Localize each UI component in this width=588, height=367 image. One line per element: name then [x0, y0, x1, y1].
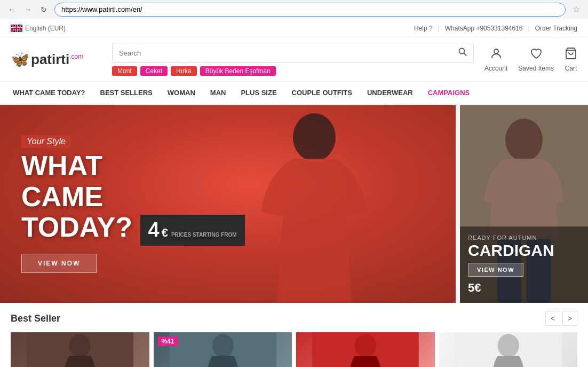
- product-grid: %41: [11, 332, 577, 367]
- tag-buyuk[interactable]: Büyük Beden Eşofman: [200, 66, 276, 76]
- hero-price-sub: prices starting from: [171, 232, 237, 238]
- main-nav: WHAT CAME TODAY? BEST SELLERS WOMAN MAN …: [0, 82, 588, 105]
- product-card-1[interactable]: [11, 332, 149, 367]
- hero-side-view-now-button[interactable]: VIEW NOW: [468, 263, 523, 277]
- language-label: English (EUR): [25, 25, 66, 32]
- carousel-arrows: < >: [545, 311, 577, 326]
- separator1: |: [438, 25, 440, 32]
- best-seller-title: Best Seller: [11, 313, 60, 324]
- account-button[interactable]: Account: [484, 47, 507, 72]
- logo-com: .com: [69, 53, 83, 60]
- heart-icon: [530, 47, 543, 63]
- hero-price-number: 4: [148, 219, 160, 241]
- help-link[interactable]: Help ?: [414, 25, 433, 32]
- svg-point-7: [505, 119, 543, 161]
- svg-point-1: [459, 49, 464, 54]
- logo[interactable]: 🦋 patirti.com: [11, 51, 101, 68]
- svg-point-13: [212, 334, 233, 357]
- flag-icon: [11, 25, 22, 32]
- forward-button[interactable]: →: [21, 3, 34, 16]
- discount-badge-2: %41: [158, 337, 178, 346]
- search-input[interactable]: [113, 45, 452, 61]
- hero-section: Your Style WHAT CAME TODAY? 4 € prices s…: [0, 105, 588, 303]
- best-seller-section: Best Seller < > %41: [0, 303, 588, 367]
- refresh-button[interactable]: ↻: [37, 3, 50, 16]
- cart-button[interactable]: Cart: [565, 47, 577, 72]
- search-button[interactable]: [452, 43, 473, 63]
- cart-label: Cart: [565, 65, 577, 72]
- hero-overlay: Your Style WHAT CAME TODAY? 4 € prices s…: [0, 105, 456, 303]
- search-wrap: [112, 43, 474, 63]
- hero-your-style-label: Your Style: [21, 135, 71, 148]
- logo-icon: 🦋: [11, 51, 29, 68]
- nav-plus-size[interactable]: PLUS SIZE: [233, 82, 284, 105]
- svg-point-17: [497, 334, 519, 357]
- nav-campaigns[interactable]: CAMPAIGNS: [420, 82, 477, 105]
- hero-view-now-button[interactable]: VIEW NOW: [21, 254, 97, 273]
- nav-couple-outfits[interactable]: COUPLE OUTFITS: [284, 82, 360, 105]
- product-card-4[interactable]: [439, 332, 578, 367]
- separator2: |: [528, 25, 530, 32]
- hero-side-ready-label: READY FOR AUTUMN: [468, 235, 580, 241]
- star-icon[interactable]: ☆: [570, 3, 583, 16]
- nav-man[interactable]: MAN: [203, 82, 234, 105]
- search-icon: [458, 48, 467, 56]
- header-actions: Account Saved Items Cart: [484, 47, 577, 72]
- svg-line-2: [464, 53, 466, 56]
- logo-text: patirti.com: [31, 51, 83, 68]
- cart-icon: [565, 47, 577, 63]
- hero-price-box: 4 € prices starting from: [140, 215, 245, 246]
- utility-bar: English (EUR) Help ? | WhatsApp +9053313…: [0, 19, 588, 37]
- product-card-3[interactable]: [296, 332, 435, 367]
- carousel-prev-button[interactable]: <: [545, 311, 560, 326]
- address-bar[interactable]: [54, 3, 566, 17]
- nav-what-came-today[interactable]: WHAT CAME TODAY?: [5, 82, 93, 105]
- header: 🦋 patirti.com Mont Ceket Hırka Büyük Bed…: [0, 37, 588, 82]
- svg-point-11: [69, 334, 91, 357]
- nav-woman[interactable]: WOMAN: [160, 82, 203, 105]
- language-selector[interactable]: English (EUR): [11, 25, 66, 32]
- nav-best-sellers[interactable]: BEST SELLERS: [93, 82, 160, 105]
- hero-side-title: CARDIGAN: [468, 243, 580, 259]
- tag-hirka[interactable]: Hırka: [171, 66, 197, 76]
- browser-bar: ← → ↻ ☆: [0, 0, 588, 19]
- saved-items-button[interactable]: Saved Items: [518, 47, 554, 72]
- svg-point-3: [494, 49, 498, 53]
- product-image-4: [439, 332, 578, 367]
- product-image-1: [11, 332, 149, 367]
- back-button[interactable]: ←: [5, 3, 18, 16]
- account-icon: [490, 47, 503, 63]
- carousel-next-button[interactable]: >: [562, 311, 577, 326]
- hero-side-banner[interactable]: READY FOR AUTUMN CARDIGAN VIEW NOW 5€: [460, 105, 588, 303]
- product-image-3: [296, 332, 435, 367]
- svg-point-15: [355, 334, 376, 357]
- hero-price-currency: €: [162, 227, 168, 239]
- browser-nav-icons: ← → ↻: [5, 3, 50, 16]
- hero-side-overlay: READY FOR AUTUMN CARDIGAN VIEW NOW 5€: [460, 227, 588, 303]
- account-label: Account: [484, 65, 507, 72]
- search-area: Mont Ceket Hırka Büyük Beden Eşofman: [112, 43, 474, 76]
- tag-mont[interactable]: Mont: [112, 66, 137, 76]
- hero-main-banner[interactable]: Your Style WHAT CAME TODAY? 4 € prices s…: [0, 105, 456, 303]
- best-seller-header: Best Seller < >: [11, 311, 577, 326]
- product-card-2[interactable]: %41: [154, 332, 292, 367]
- tag-ceket[interactable]: Ceket: [140, 66, 168, 76]
- whatsapp-link[interactable]: WhatsApp +905331394616: [445, 25, 523, 32]
- hero-side-price: 5€: [468, 281, 580, 295]
- order-tracking-link[interactable]: Order Tracking: [535, 25, 577, 32]
- saved-items-label: Saved Items: [518, 65, 554, 72]
- nav-underwear[interactable]: UNDERWEAR: [360, 82, 420, 105]
- hero-title: WHAT CAME TODAY? 4 € prices starting fro…: [21, 151, 434, 245]
- search-tags: Mont Ceket Hırka Büyük Beden Eşofman: [112, 66, 474, 76]
